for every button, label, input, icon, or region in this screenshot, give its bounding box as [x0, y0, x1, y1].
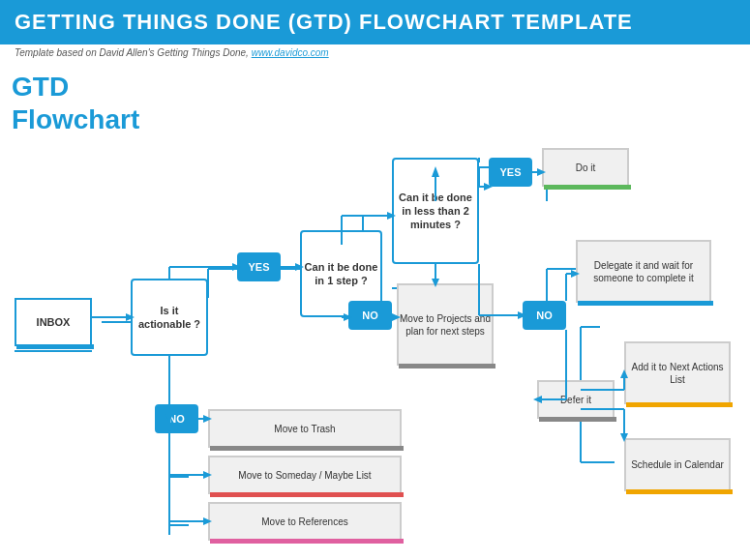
projects-box: Move to Projects and plan for next steps: [397, 283, 494, 366]
schedule-box: Schedule in Calendar: [624, 438, 731, 491]
page-title: GETTING THINGS DONE (GTD) FLOWCHART TEMP…: [15, 10, 735, 35]
delegate-box: Delegate it and wait for someone to comp…: [576, 240, 711, 303]
subtitle-text: Template based on David Allen's Getting …: [15, 47, 249, 58]
no2-box: NO: [523, 301, 566, 330]
defer-box: Defer it: [537, 380, 615, 419]
gtd-title: GTD Flowchart: [12, 71, 139, 135]
inbox-box: INBOX: [15, 298, 92, 346]
references-box: Move to References: [208, 502, 402, 541]
actionable-box: Is it actionable ?: [131, 279, 208, 356]
header: GETTING THINGS DONE (GTD) FLOWCHART TEMP…: [0, 0, 750, 61]
subtitle-link[interactable]: www.davidco.com: [252, 47, 329, 58]
do-it-box: Do it: [542, 148, 629, 187]
yes1-box: YES: [237, 252, 281, 281]
no3-box: NO: [348, 301, 392, 330]
flowchart-area: GTD Flowchart: [0, 61, 750, 560]
no1-box: NO: [155, 404, 198, 433]
trash-box: Move to Trash: [208, 409, 402, 448]
someday-box: Move to Someday / Maybe List: [208, 456, 402, 494]
yes3-box: YES: [489, 158, 532, 187]
next-actions-box: Add it to Next Actions List: [624, 341, 731, 404]
two-min-box: Can it be done in less than 2 minutes ?: [392, 158, 479, 264]
